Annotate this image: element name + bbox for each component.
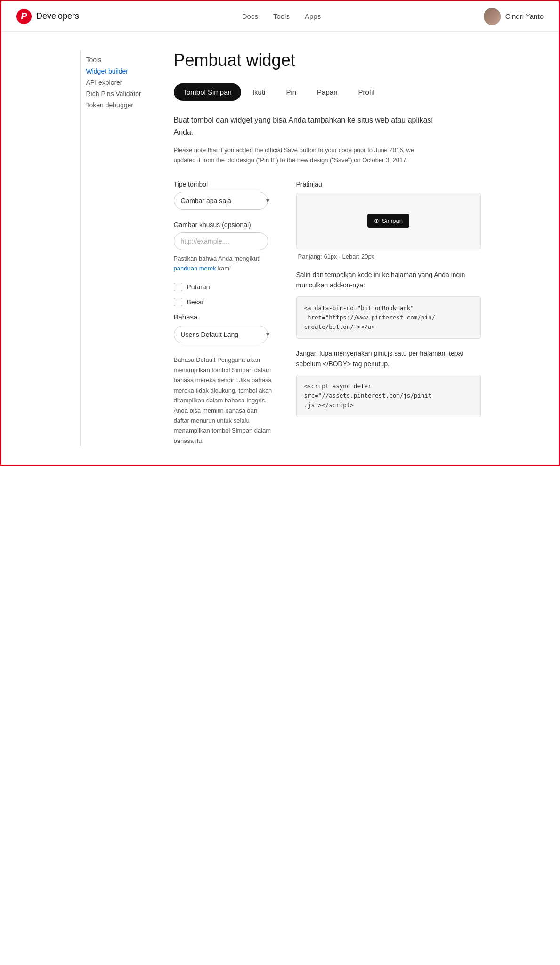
header: P Developers Docs Tools Apps Cindri Yant… xyxy=(1,1,559,32)
language-heading: Bahasa xyxy=(174,313,277,321)
tab-tombol-simpan[interactable]: Tombol Simpan xyxy=(174,83,241,101)
round-label: Putaran xyxy=(187,283,210,291)
language-select[interactable]: User's Default Lang English Bahasa Indon… xyxy=(174,326,268,343)
large-label: Besar xyxy=(187,298,204,306)
round-checkbox-row: Putaran xyxy=(174,283,277,291)
page-title: Pembuat widget xyxy=(174,50,481,70)
large-checkbox-row: Besar xyxy=(174,298,277,306)
pinterest-logo: P xyxy=(16,9,32,24)
avatar-image xyxy=(484,8,501,25)
preview-save-button[interactable]: ⊕ Simpan xyxy=(367,214,409,228)
brand-note-text: Pastikan bahwa Anda mengikuti xyxy=(174,255,260,262)
button-type-select[interactable]: Gambar apa saja Gambar tertentu xyxy=(174,192,268,210)
preview-dimensions: Panjang: 61px · Lebar: 20px xyxy=(296,253,481,260)
preview-box: ⊕ Simpan xyxy=(296,193,481,249)
brand-note-suffix: kami xyxy=(216,265,231,272)
user-menu[interactable]: Cindri Yanto xyxy=(484,8,544,25)
round-checkbox[interactable] xyxy=(174,283,182,291)
sidebar: Tools Widget builder API explorer Rich P… xyxy=(80,50,155,446)
tabs: Tombol Simpan Ikuti Pin Papan Profil xyxy=(174,83,481,101)
brand-link[interactable]: panduan merek xyxy=(174,265,216,272)
language-select-wrapper: User's Default Lang English Bahasa Indon… xyxy=(174,326,277,343)
nav-apps[interactable]: Apps xyxy=(305,12,321,20)
button-type-select-wrapper: Gambar apa saja Gambar tertentu ▼ xyxy=(174,192,277,210)
sidebar-item-widget-builder[interactable]: Widget builder xyxy=(86,65,155,77)
sidebar-item-token-debugger[interactable]: Token debugger xyxy=(86,99,155,111)
tab-profil[interactable]: Profil xyxy=(349,83,383,101)
language-description: Bahasa Default Pengguna akan menampilkan… xyxy=(174,355,273,446)
preview-column: Pratinjau ⊕ Simpan Panjang: 61px · Lebar… xyxy=(296,180,481,417)
avatar xyxy=(484,8,501,25)
pinterest-small-icon: ⊕ xyxy=(374,217,379,224)
button-type-label: Tipe tombol xyxy=(174,180,277,188)
pinit-code[interactable]: <script async defer src="//assets.pinter… xyxy=(296,375,481,417)
header-nav: Docs Tools Apps xyxy=(242,12,321,20)
nav-docs[interactable]: Docs xyxy=(242,12,258,20)
pinit-note: Jangan lupa menyertakan pinit.js satu pe… xyxy=(296,348,481,369)
tab-papan[interactable]: Papan xyxy=(308,83,347,101)
nav-tools[interactable]: Tools xyxy=(273,12,290,20)
specific-image-label: Gambar khusus (opsional) xyxy=(174,221,277,229)
code-snippet[interactable]: <a data-pin-do="buttonBookmark" href="ht… xyxy=(296,296,481,339)
sidebar-item-tools[interactable]: Tools xyxy=(86,54,155,65)
preview-save-text: Simpan xyxy=(382,217,403,224)
main-content: Pembuat widget Tombol Simpan Ikuti Pin P… xyxy=(155,50,481,446)
specific-image-input[interactable] xyxy=(174,232,268,250)
form-column: Tipe tombol Gambar apa saja Gambar terte… xyxy=(174,180,277,446)
tab-ikuti[interactable]: Ikuti xyxy=(243,83,275,101)
form-preview-layout: Tipe tombol Gambar apa saja Gambar terte… xyxy=(174,180,481,446)
description: Buat tombol dan widget yang bisa Anda ta… xyxy=(174,114,438,138)
description-note: Please note that if you added the offici… xyxy=(174,146,438,165)
header-left: P Developers xyxy=(16,9,79,24)
sidebar-item-rich-pins-validator[interactable]: Rich Pins Validator xyxy=(86,88,155,99)
preview-label: Pratinjau xyxy=(296,180,481,188)
header-brand: Developers xyxy=(36,11,79,21)
sidebar-item-api-explorer[interactable]: API explorer xyxy=(86,77,155,88)
large-checkbox[interactable] xyxy=(174,298,182,306)
copy-instruction: Salin dan tempelkan kode ini ke halaman … xyxy=(296,270,481,291)
page-wrapper: Tools Widget builder API explorer Rich P… xyxy=(68,32,492,465)
brand-note: Pastikan bahwa Anda mengikuti panduan me… xyxy=(174,254,273,274)
tab-pin[interactable]: Pin xyxy=(276,83,306,101)
username: Cindri Yanto xyxy=(505,12,544,20)
